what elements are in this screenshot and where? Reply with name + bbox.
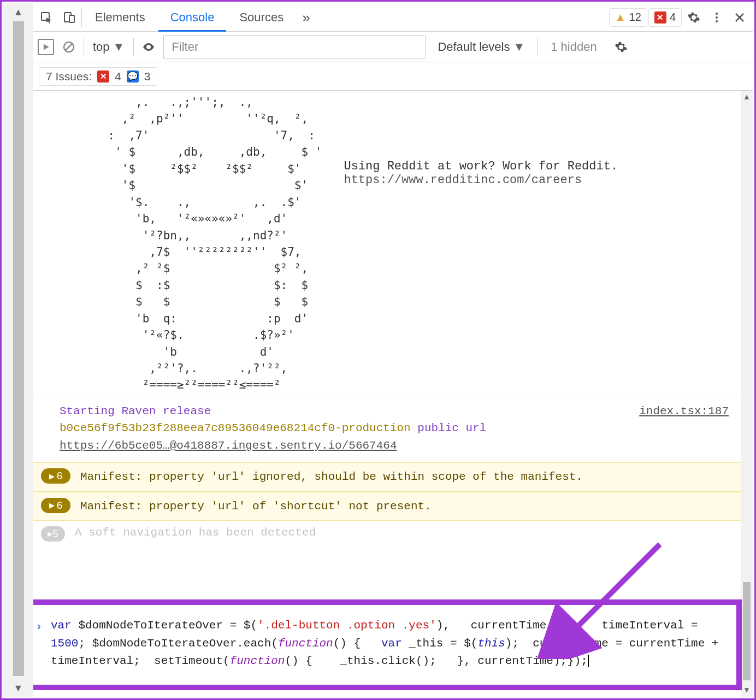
repeat-count-badge[interactable]: ▶ 5 — [41, 526, 65, 542]
raven-suffix: public url — [417, 422, 486, 434]
separator — [81, 8, 82, 27]
issues-pill[interactable]: 7 Issues: ✕ 4 💬 3 — [39, 67, 157, 86]
console-body: ,. .,;''';, ., ,² ,p²'' ''²q, ², : ,7' '… — [33, 91, 753, 697]
text-cursor — [588, 655, 589, 667]
page-scrollbar[interactable]: ▲ ▼ — [3, 3, 33, 697]
warnings-badge[interactable]: ▲ 12 — [609, 8, 647, 27]
levels-label: Default levels — [438, 40, 510, 54]
prompt-icon: › — [36, 618, 43, 636]
raven-prefix: Starting Raven release — [60, 405, 211, 417]
issues-info: 3 — [144, 70, 151, 83]
context-selector[interactable]: top ▼ — [90, 40, 128, 54]
svg-point-3 — [716, 13, 718, 15]
inspect-icon[interactable] — [36, 7, 57, 28]
log-levels-selector[interactable]: Default levels ▼ — [431, 40, 531, 54]
svg-point-5 — [716, 20, 718, 22]
context-label: top — [93, 40, 110, 54]
separator — [133, 38, 134, 56]
expand-icon: ▶ — [49, 471, 55, 482]
device-toggle-icon[interactable] — [58, 7, 80, 28]
filter-input[interactable] — [163, 36, 426, 58]
expand-icon: ▶ — [48, 530, 52, 538]
console-settings-icon[interactable] — [610, 36, 632, 58]
separator — [537, 38, 538, 56]
clear-console-icon[interactable] — [60, 36, 78, 58]
raven-url[interactable]: https://6b5ce05…@o418887.ingest.sentry.i… — [60, 439, 397, 452]
console-input[interactable]: var $domNodeToIterateOver = $('.del-butt… — [51, 617, 721, 670]
console-input-highlight: › var $domNodeToIterateOver = $('.del-bu… — [33, 599, 742, 690]
errors-badge[interactable]: ✕ 4 — [648, 8, 682, 27]
live-expression-icon[interactable] — [139, 36, 158, 58]
warning-text: Manifest: property 'url' of 'shortcut' n… — [80, 498, 432, 515]
issues-label: 7 Issues: — [46, 70, 92, 83]
repeat-count-badge[interactable]: ▶6 — [41, 498, 70, 513]
issues-bar: 7 Issues: ✕ 4 💬 3 — [33, 62, 753, 91]
warning-icon: ▲ — [615, 11, 626, 23]
info-text: A soft navigation has been detected — [75, 526, 316, 542]
reddit-text: Using Reddit at work? Work for Reddit. — [344, 160, 618, 173]
tab-console[interactable]: Console — [158, 3, 227, 32]
warnings-count: 12 — [629, 11, 641, 23]
info-icon: 💬 — [127, 70, 139, 83]
tabs-overflow[interactable]: » — [297, 3, 315, 32]
tab-sources[interactable]: Sources — [227, 3, 296, 32]
error-icon: ✕ — [654, 11, 666, 23]
error-icon: ✕ — [97, 70, 109, 83]
svg-rect-2 — [69, 15, 74, 22]
scroll-down-icon[interactable]: ▼ — [745, 684, 749, 697]
repeat-count-badge[interactable]: ▶6 — [41, 468, 70, 484]
hidden-count[interactable]: 1 hidden — [543, 40, 604, 54]
warning-text: Manifest: property 'url' ignored, should… — [80, 468, 583, 486]
reddit-message: Using Reddit at work? Work for Reddit. h… — [344, 94, 618, 393]
console-scroll-thumb[interactable] — [743, 582, 751, 680]
ascii-art: ,. .,;''';, ., ,² ,p²'' ''²q, ², : ,7' '… — [60, 94, 322, 393]
console-warning-row: ▶6 Manifest: property 'url' ignored, sho… — [33, 462, 741, 492]
page-scroll-thumb[interactable] — [13, 21, 24, 676]
devtools-panel: Elements Console Sources » ▲ 12 ✕ 4 — [33, 3, 753, 697]
scroll-down-icon[interactable]: ▼ — [14, 679, 23, 697]
console-scrollbar[interactable]: ▲ ▼ — [741, 91, 753, 697]
reddit-link[interactable]: https://www.redditinc.com/careers — [344, 173, 582, 187]
console-warning-row: ▶6 Manifest: property 'url' of 'shortcut… — [33, 492, 741, 521]
settings-icon[interactable] — [683, 7, 705, 28]
devtools-tabs-bar: Elements Console Sources » ▲ 12 ✕ 4 — [33, 3, 753, 32]
scroll-up-icon[interactable]: ▲ — [14, 3, 23, 21]
raven-hash: b0ce56f9f53b23f288eea7c89536049e68214cf0… — [60, 422, 411, 434]
kebab-menu-icon[interactable] — [706, 7, 728, 28]
console-toolbar: top ▼ Default levels ▼ 1 hidden — [33, 32, 753, 62]
issues-errors: 4 — [115, 70, 121, 83]
tab-elements[interactable]: Elements — [83, 3, 157, 32]
console-log-row: ,. .,;''';, ., ,² ,p²'' ''²q, ², : ,7' '… — [33, 91, 741, 397]
execution-context-icon[interactable] — [38, 39, 54, 55]
source-link[interactable]: index.tsx:187 — [639, 403, 729, 420]
svg-point-4 — [716, 16, 718, 19]
chevron-down-icon: ▼ — [113, 40, 125, 54]
console-log-row: index.tsx:187 Starting Raven release b0c… — [33, 397, 741, 463]
console-info-row: ▶ 5 A soft navigation has been detected — [33, 521, 741, 542]
close-icon[interactable] — [729, 7, 751, 28]
scroll-up-icon[interactable]: ▲ — [745, 91, 749, 104]
expand-icon: ▶ — [49, 500, 55, 511]
errors-count: 4 — [670, 11, 676, 23]
separator — [84, 38, 84, 56]
chevron-down-icon: ▼ — [513, 40, 525, 54]
